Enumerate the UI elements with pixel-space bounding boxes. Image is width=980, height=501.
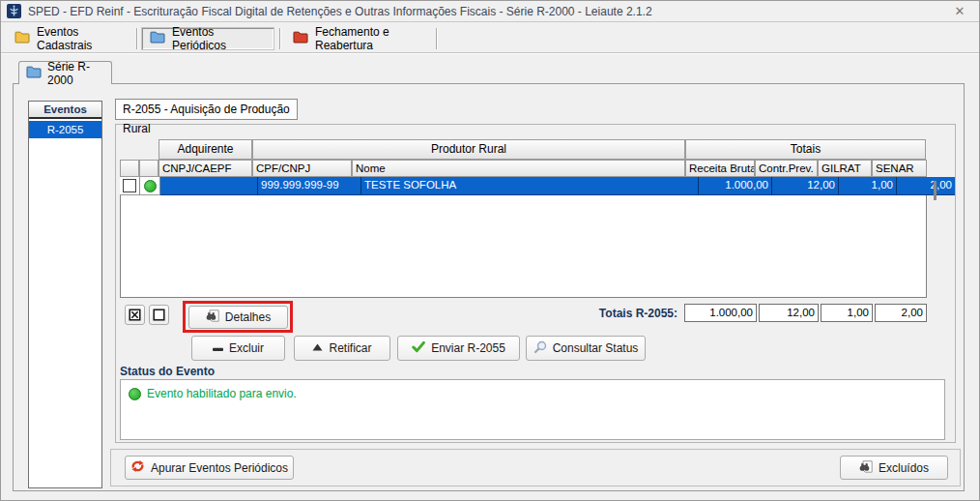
total-gilrat: 1,00 xyxy=(821,304,873,322)
tab-eventos-periodicos[interactable]: Eventos Periódicos xyxy=(141,27,274,50)
status-box: Evento habilitado para envio. xyxy=(120,379,945,440)
column-header-cpf-cnpj: CPF/CNPJ xyxy=(252,160,352,177)
check-icon xyxy=(412,340,425,356)
button-label: Retificar xyxy=(329,341,371,355)
window-title: SPED - EFD Reinf - Escrituração Fiscal D… xyxy=(28,1,652,22)
cell-cpf-cnpj: 999.999.999-99 xyxy=(258,177,361,195)
column-header-status xyxy=(139,160,159,177)
toolbar-separator xyxy=(136,28,137,49)
table-row[interactable]: 999.999.999-99 TESTE SOFOLHA 1.000,00 12… xyxy=(120,177,955,194)
folder-yellow-icon xyxy=(14,31,30,46)
total-contr-prev: 12,00 xyxy=(759,304,819,322)
scrollbar-thumb[interactable] xyxy=(934,181,937,200)
tab-fechamento-reabertura[interactable]: Fechamento e Reabertura xyxy=(285,27,432,50)
row-checkbox[interactable] xyxy=(123,179,136,192)
folder-blue-icon xyxy=(26,66,42,81)
green-status-icon xyxy=(144,180,157,192)
column-header-checkbox xyxy=(120,160,139,177)
cell-contr-prev: 12,00 xyxy=(772,177,839,195)
column-header-receita-bruta: Receita Bruta xyxy=(685,160,755,177)
list-item-r2055[interactable]: R-2055 xyxy=(29,121,101,138)
detalhes-button[interactable]: Detalhes xyxy=(188,306,288,329)
app-logo-icon xyxy=(7,4,21,18)
enviar-r2055-button[interactable]: Enviar R-2055 xyxy=(397,336,520,361)
toolbar-separator xyxy=(436,28,437,49)
refresh-icon xyxy=(130,459,145,476)
app-window: SPED - EFD Reinf - Escrituração Fiscal D… xyxy=(0,0,980,501)
checked-box-icon xyxy=(129,309,141,321)
button-label: Enviar R-2055 xyxy=(431,341,505,355)
group-header-produtor-rural: Produtor Rural xyxy=(252,139,685,160)
excluir-button[interactable]: Excluir xyxy=(191,336,285,361)
row-status-cell xyxy=(140,177,160,195)
tab-label: Eventos Periódicos xyxy=(172,25,266,52)
button-label: Consultar Status xyxy=(553,341,639,355)
tab-serie-r2000[interactable]: Série R-2000 xyxy=(18,61,112,84)
column-header-contr-prev: Contr.Prev. xyxy=(755,160,818,177)
total-receita-bruta: 1.000,00 xyxy=(684,304,757,322)
excluidos-button[interactable]: Excluídos xyxy=(840,456,948,480)
column-header-gilrat: GILRAT xyxy=(818,160,872,177)
retificar-button[interactable]: Retificar xyxy=(294,336,390,361)
group-header-totais: Totais xyxy=(685,139,926,160)
event-section-title: R-2055 - Aquisição de Produção Rural xyxy=(115,99,298,120)
tab-label: Série R-2000 xyxy=(47,60,111,87)
toolbar-divider xyxy=(1,52,980,54)
tab-label: Fechamento e Reabertura xyxy=(315,25,424,52)
button-label: Detalhes xyxy=(225,310,271,324)
deselect-all-button[interactable] xyxy=(149,305,169,325)
column-header-nome: Nome xyxy=(352,160,685,177)
minus-icon xyxy=(213,341,223,355)
group-header-adquirente: Adquirente xyxy=(159,139,252,160)
tab-eventos-cadastrais[interactable]: Eventos Cadastrais xyxy=(7,27,134,50)
status-section-label: Status do Evento xyxy=(120,365,215,378)
totals-label: Totais R-2055: xyxy=(537,305,677,322)
magnifier-icon xyxy=(533,340,547,357)
cell-senar: 2,00 xyxy=(897,177,955,195)
status-message-text: Evento habilitado para envio. xyxy=(147,387,297,400)
button-label: Excluídos xyxy=(879,461,929,475)
events-list-header: Eventos xyxy=(29,102,101,119)
cell-receita-bruta: 1.000,00 xyxy=(699,177,772,195)
button-label: Excluir xyxy=(229,341,264,355)
unchecked-box-icon xyxy=(153,309,165,321)
title-bar: SPED - EFD Reinf - Escrituração Fiscal D… xyxy=(1,1,979,22)
cell-nome: TESTE SOFOLHA xyxy=(361,177,699,195)
triangle-up-icon xyxy=(312,341,323,355)
tab-label: Eventos Cadastrais xyxy=(37,25,127,52)
select-all-button[interactable] xyxy=(125,305,145,325)
toolbar-separator xyxy=(279,28,280,49)
button-label: Apurar Eventos Periódicos xyxy=(151,461,288,475)
apurar-eventos-button[interactable]: Apurar Eventos Periódicos xyxy=(125,456,294,480)
events-list: Eventos R-2055 xyxy=(28,101,102,488)
total-senar: 2,00 xyxy=(875,304,927,322)
green-status-icon xyxy=(129,388,141,400)
column-header-cnpj-caepf: CNPJ/CAEPF xyxy=(159,160,252,177)
row-checkbox-cell[interactable] xyxy=(120,177,140,195)
folder-red-icon xyxy=(293,31,308,46)
column-header-senar: SENAR xyxy=(872,160,927,177)
binoculars-icon xyxy=(206,309,219,325)
status-message: Evento habilitado para envio. xyxy=(129,387,297,400)
cell-cnpj-caepf xyxy=(160,177,258,195)
folder-blue-icon xyxy=(150,31,165,46)
close-icon[interactable]: ✕ xyxy=(944,1,975,22)
cell-gilrat: 1,00 xyxy=(839,177,897,195)
binoculars-icon xyxy=(859,460,873,476)
consultar-status-button[interactable]: Consultar Status xyxy=(526,336,646,361)
